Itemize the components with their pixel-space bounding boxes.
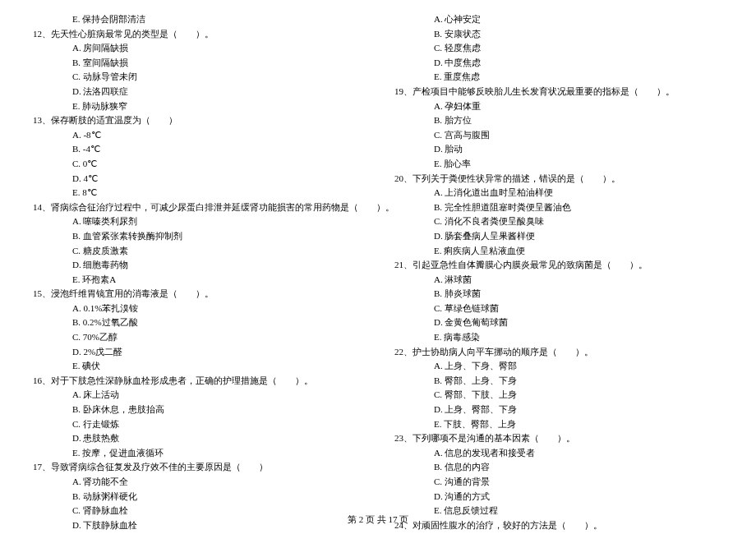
answer-option: E. 保持会阴部清洁 (33, 12, 362, 27)
question-stem: 20、下列关于粪便性状异常的描述，错误的是（ ）。 (394, 172, 723, 186)
answer-option: B. 安康状态 (394, 27, 723, 42)
answer-option: A. -8℃ (33, 128, 362, 143)
answer-option: A. 肾功能不全 (33, 475, 362, 490)
answer-option: A. 房间隔缺损 (33, 41, 362, 56)
question-stem: 23、下列哪项不是沟通的基本因素（ ）。 (394, 431, 723, 446)
answer-option: D. 患肢热敷 (33, 431, 362, 446)
answer-option: C. 草绿色链球菌 (394, 302, 723, 316)
question-stem: 13、保存断肢的适宜温度为（ ） (33, 113, 362, 128)
question-stem: 12、先天性心脏病最常见的类型是（ ）。 (33, 27, 362, 42)
page-footer: 第 2 页 共 17 页 (0, 513, 756, 527)
answer-option: C. 0℃ (33, 157, 362, 172)
answer-option: A. 孕妇体重 (394, 99, 723, 114)
answer-option: B. 肺炎球菌 (394, 287, 723, 302)
left-column: E. 保持会阴部清洁12、先天性心脏病最常见的类型是（ ）。A. 房间隔缺损B.… (33, 12, 362, 505)
question-stem: 22、护士协助病人向平车挪动的顺序是（ ）。 (394, 345, 723, 360)
answer-option: A. 上消化道出血时呈柏油样便 (394, 186, 723, 200)
answer-option: C. 沟通的背景 (394, 475, 723, 490)
answer-option: D. 中度焦虑 (394, 56, 723, 71)
answer-option: D. 胎动 (394, 142, 723, 157)
answer-option: D. 2%戊二醛 (33, 345, 362, 360)
right-column: A. 心神安定B. 安康状态C. 轻度焦虑D. 中度焦虑E. 重度焦虑19、产检… (394, 12, 723, 505)
answer-option: B. 室间隔缺损 (33, 56, 362, 71)
answer-option: E. 重度焦虑 (394, 70, 723, 85)
answer-option: D. 法洛四联症 (33, 85, 362, 99)
question-stem: 16、对于下肢急性深静脉血栓形成患者，正确的护理措施是（ ）。 (33, 374, 362, 389)
answer-option: A. 上身、下身、臀部 (394, 359, 723, 374)
answer-option: C. 消化不良者粪便呈酸臭味 (394, 214, 723, 229)
answer-option: B. 卧床休息，患肢抬高 (33, 403, 362, 417)
answer-option: B. 胎方位 (394, 113, 723, 128)
question-stem: 21、引起亚急性自体瓣膜心内膜炎最常见的致病菌是（ ）。 (394, 258, 723, 273)
answer-option: C. 行走锻炼 (33, 417, 362, 432)
answer-option: D. 细胞毒药物 (33, 258, 362, 273)
answer-option: B. 血管紧张素转换酶抑制剂 (33, 229, 362, 244)
answer-option: E. 下肢、臀部、上身 (394, 417, 723, 432)
answer-option: E. 胎心率 (394, 157, 723, 172)
answer-option: C. 臀部、下肢、上身 (394, 388, 723, 403)
answer-option: E. 病毒感染 (394, 330, 723, 345)
answer-option: E. 环孢素A (33, 273, 362, 288)
answer-option: B. 完全性胆道阻塞时粪便呈酱油色 (394, 200, 723, 215)
answer-option: A. 心神安定 (394, 12, 723, 27)
answer-option: B. 动脉粥样硬化 (33, 490, 362, 504)
answer-option: C. 70%乙醇 (33, 330, 362, 345)
answer-option: D. 金黄色葡萄球菌 (394, 315, 723, 330)
question-stem: 17、导致肾病综合征复发及疗效不佳的主要原因是（ ） (33, 460, 362, 475)
answer-option: D. 肠套叠病人呈果酱样便 (394, 229, 723, 244)
answer-option: E. 按摩，促进血液循环 (33, 446, 362, 461)
answer-option: E. 肺动脉狭窄 (33, 99, 362, 114)
question-stem: 19、产检项目中能够反映胎儿生长发育状况最重要的指标是（ ）。 (394, 85, 723, 99)
answer-option: D. 沟通的方式 (394, 490, 723, 504)
answer-option: C. 动脉导管未闭 (33, 70, 362, 85)
answer-option: A. 信息的发现者和接受者 (394, 446, 723, 461)
answer-option: E. 碘伏 (33, 359, 362, 374)
question-stem: 14、肾病综合征治疗过程中，可减少尿蛋白排泄并延缓肾功能损害的常用药物是（ ）。 (33, 200, 362, 215)
answer-option: C. 糖皮质激素 (33, 244, 362, 259)
answer-option: E. 痢疾病人呈粘液血便 (394, 244, 723, 259)
question-stem: 15、浸泡纤维胃镜宜用的消毒液是（ ）。 (33, 287, 362, 302)
answer-option: A. 床上活动 (33, 388, 362, 403)
answer-option: E. 8℃ (33, 186, 362, 200)
answer-option: B. 0.2%过氧乙酸 (33, 315, 362, 330)
answer-option: A. 噻嗪类利尿剂 (33, 214, 362, 229)
answer-option: A. 淋球菌 (394, 273, 723, 288)
answer-option: C. 轻度焦虑 (394, 41, 723, 56)
answer-option: C. 宫高与腹围 (394, 128, 723, 143)
answer-option: D. 上身、臀部、下身 (394, 403, 723, 417)
answer-option: B. 信息的内容 (394, 460, 723, 475)
answer-option: A. 0.1%苯扎溴铵 (33, 302, 362, 316)
answer-option: B. -4℃ (33, 142, 362, 157)
answer-option: D. 4℃ (33, 172, 362, 186)
answer-option: B. 臀部、上身、下身 (394, 374, 723, 389)
